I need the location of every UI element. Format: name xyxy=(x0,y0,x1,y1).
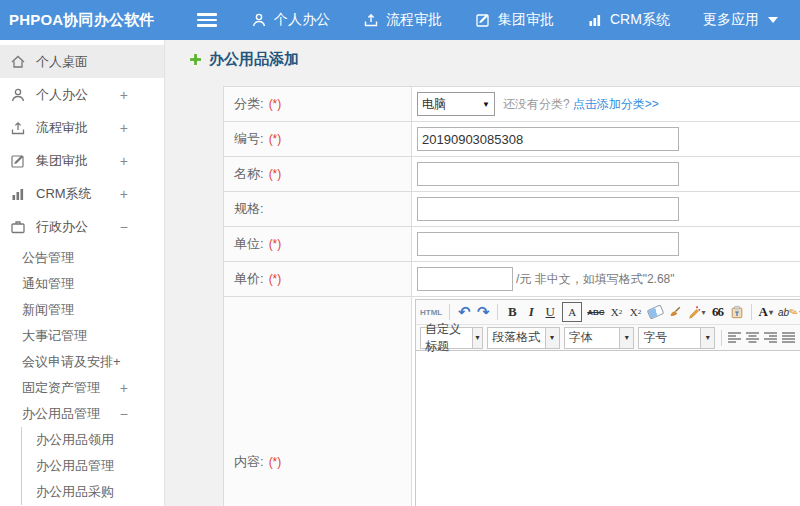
submenu-label: 大事记管理 xyxy=(22,328,87,343)
field-label: 内容: xyxy=(234,453,264,471)
background-color-button[interactable]: ab✎▾ xyxy=(778,303,800,321)
sidebar-item-meeting-request[interactable]: 会议申请及安排+ xyxy=(0,349,164,375)
sidebar-item-personal-office[interactable]: 个人办公 + xyxy=(0,78,164,111)
add-category-link[interactable]: 点击添加分类>> xyxy=(573,96,659,113)
nav-label: CRM系统 xyxy=(610,11,670,29)
undo-icon[interactable]: ↶ xyxy=(457,303,471,321)
category-selected-option: 电脑 xyxy=(418,96,482,113)
submenu-label: 办公用品管理 xyxy=(36,458,114,473)
form-row-code: 编号: (*) xyxy=(224,122,800,157)
sidebar-item-news-mgmt[interactable]: 新闻管理 xyxy=(0,297,164,323)
combo-label: 自定义标题 xyxy=(421,328,472,348)
sidebar-item-announcement-mgmt[interactable]: 公告管理 xyxy=(0,245,164,271)
align-justify-icon[interactable] xyxy=(782,329,796,347)
font-family-combo[interactable]: 字体 ▾ xyxy=(564,327,635,349)
expand-plus-icon[interactable]: + xyxy=(120,120,128,136)
nav-workflow-approval[interactable]: 流程审批 xyxy=(363,11,442,29)
required-mark: (*) xyxy=(269,132,282,146)
sidebar-item-fixed-assets-mgmt[interactable]: 固定资产管理 + xyxy=(0,375,164,401)
align-center-icon[interactable] xyxy=(746,329,760,347)
toolbar-separator xyxy=(751,304,752,320)
required-mark: (*) xyxy=(269,167,282,181)
custom-title-combo[interactable]: 自定义标题 ▾ xyxy=(420,327,483,349)
subscript-button[interactable]: X2 xyxy=(629,303,643,321)
name-input[interactable] xyxy=(417,162,679,186)
font-color-button[interactable]: A▾ xyxy=(759,303,773,321)
row-value-cell xyxy=(412,157,800,191)
paste-text-icon[interactable] xyxy=(730,303,744,321)
flow-icon xyxy=(10,120,26,136)
sidebar-item-crm-system[interactable]: CRM系统 + xyxy=(0,177,164,210)
nav-crm-system[interactable]: CRM系统 xyxy=(587,11,670,29)
superscript-button[interactable]: X2 xyxy=(610,303,624,321)
expand-plus-icon[interactable]: + xyxy=(120,87,128,103)
collapse-minus-icon[interactable]: − xyxy=(120,401,128,427)
sidebar-item-label: 流程审批 xyxy=(36,119,88,137)
required-mark: (*) xyxy=(269,237,282,251)
admin-office-submenu: 公告管理 通知管理 新闻管理 大事记管理 会议申请及安排+ 固定资产管理 + 办… xyxy=(0,243,164,505)
format-brush-icon[interactable] xyxy=(668,303,682,321)
sidebar-item-notice-mgmt[interactable]: 通知管理 xyxy=(0,271,164,297)
html-source-button[interactable]: HTML xyxy=(420,303,442,321)
bar-chart-icon xyxy=(10,186,26,202)
align-right-icon[interactable] xyxy=(764,329,778,347)
sidebar-item-personal-desktop[interactable]: 个人桌面 xyxy=(0,45,164,78)
char-border-button[interactable]: A xyxy=(562,302,582,322)
sidebar-item-supplies-manage[interactable]: 办公用品管理 xyxy=(22,453,164,479)
redo-icon[interactable]: ↷ xyxy=(476,303,490,321)
rich-text-editor: HTML ↶ ↷ B I U A ABC X2 X2 xyxy=(415,299,800,506)
code-input[interactable] xyxy=(417,127,679,151)
expand-plus-icon[interactable]: + xyxy=(120,375,128,401)
combo-label: 字号 xyxy=(639,328,671,348)
supply-add-form: 分类: (*) 电脑 ▼ 还没有分类? 点击添加分类>> 编号: (*) xyxy=(223,86,800,506)
sidebar-item-group-approval[interactable]: 集团审批 + xyxy=(0,144,164,177)
nav-group-approval[interactable]: 集团审批 xyxy=(475,11,554,29)
category-select[interactable]: 电脑 ▼ xyxy=(417,92,495,116)
expand-plus-icon[interactable]: + xyxy=(120,186,128,202)
sidebar-item-workflow-approval[interactable]: 流程审批 + xyxy=(0,111,164,144)
caret-down-icon: ▾ xyxy=(472,328,482,348)
font-size-combo[interactable]: 字号 ▾ xyxy=(638,327,715,349)
align-left-icon[interactable] xyxy=(728,329,742,347)
caret-down-icon: ▾ xyxy=(769,308,773,317)
sidebar-item-supplies-purchase[interactable]: 办公用品采购 xyxy=(22,479,164,505)
row-value-cell: 电脑 ▼ 还没有分类? 点击添加分类>> xyxy=(412,87,800,121)
price-input[interactable] xyxy=(417,267,513,291)
required-mark: (*) xyxy=(269,97,282,111)
top-bar: PHPOA协同办公软件 个人办公 流程审批 集团审批 CRM系统 xyxy=(0,0,800,40)
underline-button[interactable]: U xyxy=(543,303,557,321)
editor-content-area[interactable] xyxy=(416,351,800,506)
expand-plus-icon[interactable]: + xyxy=(120,153,128,169)
strikethrough-button[interactable]: ABC xyxy=(587,303,604,321)
sidebar-item-events-mgmt[interactable]: 大事记管理 xyxy=(0,323,164,349)
field-label: 单位: xyxy=(234,235,264,253)
spec-input[interactable] xyxy=(417,197,679,221)
paragraph-format-combo[interactable]: 段落格式 ▾ xyxy=(487,327,559,349)
highlight-pen-icon[interactable]: ▾ xyxy=(687,303,706,321)
blockquote-button[interactable]: 66 xyxy=(711,303,725,321)
sidebar-item-office-supplies-mgmt[interactable]: 办公用品管理 − xyxy=(0,401,164,427)
bold-button[interactable]: B xyxy=(505,303,519,321)
form-row-name: 名称: (*) xyxy=(224,157,800,192)
eraser-icon[interactable] xyxy=(648,303,663,321)
nav-personal-office[interactable]: 个人办公 xyxy=(251,11,330,29)
caret-down-icon: ▾ xyxy=(700,328,714,348)
hamburger-menu-icon[interactable] xyxy=(197,10,217,30)
required-mark: (*) xyxy=(269,455,282,469)
collapse-minus-icon[interactable]: − xyxy=(120,219,128,235)
toolbar-separator xyxy=(497,304,498,320)
sidebar-item-admin-office[interactable]: 行政办公 − xyxy=(0,210,164,243)
sidebar-item-supplies-claim[interactable]: 办公用品领用 xyxy=(22,427,164,453)
category-hint: 还没有分类? xyxy=(503,96,570,113)
row-value-cell: /元 非中文，如填写格式"2.68" xyxy=(412,262,800,296)
form-row-category: 分类: (*) 电脑 ▼ 还没有分类? 点击添加分类>> xyxy=(224,87,800,122)
unit-input[interactable] xyxy=(417,232,679,256)
row-label-cell: 编号: (*) xyxy=(224,122,412,156)
page-title: 办公用品添加 xyxy=(188,50,299,69)
nav-more-apps[interactable]: 更多应用 xyxy=(703,11,778,29)
select-arrow-icon: ▼ xyxy=(482,100,494,109)
submenu-label: 固定资产管理 xyxy=(22,380,100,395)
form-row-unit: 单位: (*) xyxy=(224,227,800,262)
briefcase-icon xyxy=(10,219,26,235)
italic-button[interactable]: I xyxy=(524,303,538,321)
